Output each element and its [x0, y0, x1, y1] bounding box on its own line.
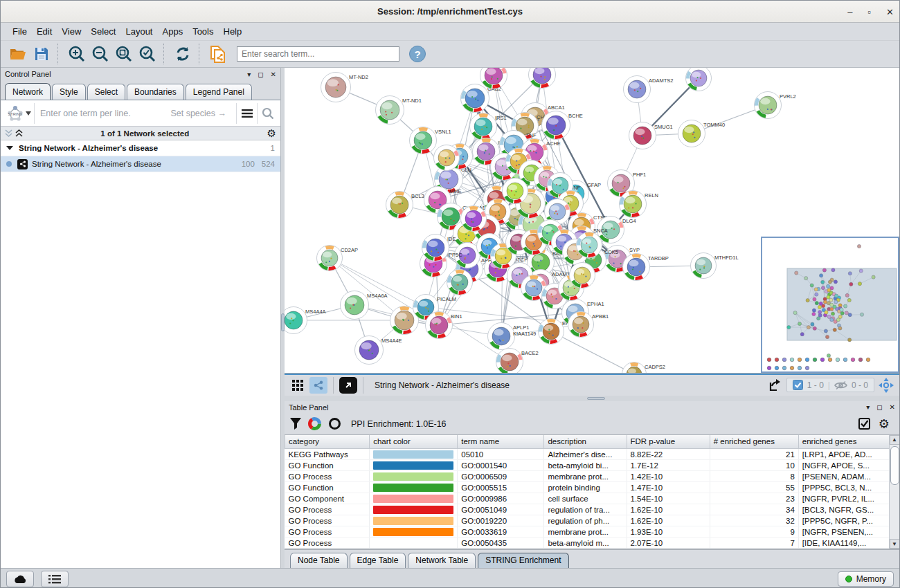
- cell-genes: [PSENEN, ADAM...: [798, 471, 890, 482]
- tab-boundaries[interactable]: Boundaries: [127, 84, 184, 100]
- node-label-syp: SYP: [629, 247, 640, 253]
- column-header-enriched-genes[interactable]: enriched genes: [798, 435, 890, 449]
- clone-network-button[interactable]: [206, 43, 230, 65]
- table-row[interactable]: GO ComponentGO:0009986cell surface1.54E-…: [285, 493, 890, 504]
- panel-float-icon[interactable]: ◻: [876, 403, 882, 411]
- menu-help[interactable]: Help: [219, 24, 247, 39]
- table-row[interactable]: GO FunctionGO:0005515protein binding1.47…: [285, 482, 890, 493]
- column-header-description[interactable]: description: [544, 435, 627, 449]
- open-session-button[interactable]: [6, 43, 30, 65]
- zoom-in-icon: [68, 45, 86, 63]
- node-label-pvrl2: PVRL2: [780, 93, 796, 100]
- zoom-fit-button[interactable]: [112, 43, 136, 65]
- memory-button[interactable]: Memory: [838, 571, 894, 587]
- table-row[interactable]: GO ProcessGO:0006509membrane prot...1.42…: [285, 471, 890, 482]
- cell-term: GO:0006509: [458, 471, 544, 482]
- select-columns-icon[interactable]: [858, 418, 870, 430]
- table-row[interactable]: GO FunctionGO:0001540beta-amyloid bi...1…: [285, 460, 890, 471]
- close-button[interactable]: ✕: [886, 7, 894, 17]
- string-options-button[interactable]: [236, 103, 257, 124]
- task-list-button[interactable]: [41, 571, 69, 587]
- pan-navigator-button[interactable]: [877, 377, 895, 394]
- table-row[interactable]: GO ProcessGO:0050435beta-amyloid m...2.0…: [285, 538, 890, 549]
- panel-close-icon[interactable]: ✕: [271, 71, 276, 78]
- search-input[interactable]: [237, 46, 399, 62]
- cytoscape-window: Session: /tmp/enrichmentTest.cys – ▫ ✕ F…: [0, 0, 900, 588]
- tab-string-enrichment[interactable]: STRING Enrichment: [478, 553, 568, 568]
- expand-all-icon[interactable]: [15, 129, 23, 138]
- menu-apps[interactable]: Apps: [158, 24, 188, 39]
- network-row[interactable]: String Network - Alzheimer's disease 100…: [1, 156, 280, 172]
- tab-network-table[interactable]: Network Table: [408, 553, 476, 568]
- grid-view-button[interactable]: [289, 377, 307, 394]
- share-view-button[interactable]: [309, 377, 327, 394]
- network-canvas[interactable]: MT-ND2MT-ND1VSNL1GAB2IRS1ABCA1CHATBCHEIL…: [285, 68, 899, 374]
- minimize-button[interactable]: –: [847, 7, 852, 17]
- scroll-down-arrow[interactable]: ▼: [890, 539, 900, 549]
- tab-select[interactable]: Select: [87, 84, 125, 100]
- tab-legend-panel[interactable]: Legend Panel: [186, 84, 252, 100]
- cell-term: GO:0050435: [458, 538, 544, 549]
- menu-edit[interactable]: Edit: [32, 24, 57, 39]
- menu-tools[interactable]: Tools: [188, 24, 218, 39]
- zoom-out-button[interactable]: [89, 43, 112, 65]
- export-network-button[interactable]: [766, 377, 784, 394]
- string-source-selector[interactable]: STRING: [3, 103, 35, 124]
- chart-color-swatch: [373, 528, 453, 536]
- tab-style[interactable]: Style: [52, 84, 86, 100]
- gear-icon[interactable]: ⚙: [879, 418, 890, 430]
- scroll-up-arrow[interactable]: ▲: [890, 435, 900, 445]
- string-query-input[interactable]: Enter one term per line.: [35, 109, 170, 118]
- save-session-button[interactable]: [30, 43, 53, 65]
- column-header-term-name[interactable]: term name: [458, 435, 544, 449]
- birds-eye-view[interactable]: [761, 237, 899, 373]
- column-header-chart-color[interactable]: chart color: [370, 435, 458, 449]
- toolbar-separator: [57, 44, 63, 64]
- panel-float-icon[interactable]: ◻: [258, 71, 263, 78]
- tab-node-table[interactable]: Node Table: [290, 553, 348, 568]
- menu-layout[interactable]: Layout: [120, 24, 157, 39]
- tab-network[interactable]: Network: [5, 83, 51, 100]
- scroll-thumb[interactable]: [890, 446, 899, 485]
- gear-icon[interactable]: ⚙: [267, 128, 276, 138]
- table-row[interactable]: KEGG Pathways05010Alzheimer's dise...8.8…: [285, 449, 890, 460]
- refresh-button[interactable]: [171, 43, 195, 65]
- network-collection-row[interactable]: String Network - Alzheimer's disease 1: [1, 140, 280, 156]
- splitter-grip[interactable]: [587, 397, 605, 400]
- table-row[interactable]: GO ProcessGO:0051049regulation of tra...…: [285, 504, 890, 515]
- string-search-button[interactable]: [257, 103, 278, 124]
- tab-edge-table[interactable]: Edge Table: [350, 553, 406, 568]
- table-scrollbar[interactable]: ▲ ▼: [889, 435, 899, 549]
- help-button[interactable]: ?: [409, 46, 426, 62]
- tree-expand-icon[interactable]: [6, 146, 13, 150]
- panel-menu-icon[interactable]: ▾: [866, 403, 870, 411]
- collapse-all-icon[interactable]: [5, 129, 12, 138]
- filter-icon[interactable]: [290, 418, 301, 430]
- cloud-button[interactable]: [6, 571, 34, 587]
- toolbar-separator: [363, 377, 363, 394]
- menu-select[interactable]: Select: [86, 24, 120, 39]
- maximize-button[interactable]: ▫: [867, 7, 871, 17]
- table-row[interactable]: GO ProcessGO:0019220regulation of ph...1…: [285, 515, 890, 526]
- column-header--enriched-genes[interactable]: # enriched genes: [710, 435, 798, 449]
- column-header-category[interactable]: category: [285, 435, 370, 449]
- table-panel: Table Panel ▾ ◻ ✕ PPI Enrichment: 1.0E-1…: [285, 401, 899, 569]
- column-header-fdr-p-value[interactable]: FDR p-value: [627, 435, 710, 449]
- zoom-selected-button[interactable]: [136, 43, 159, 65]
- selected-checkbox-icon[interactable]: [793, 380, 803, 390]
- cell-category: GO Component: [285, 493, 370, 504]
- control-panel-tabs: NetworkStyleSelectBoundariesLegend Panel: [1, 80, 280, 100]
- ring-chart-icon[interactable]: [328, 417, 341, 430]
- menu-file[interactable]: File: [8, 24, 32, 39]
- zoom-in-button[interactable]: [65, 43, 89, 65]
- set-species-label[interactable]: Set species →: [170, 109, 236, 118]
- cell-category: GO Function: [285, 482, 370, 493]
- chart-colors-icon[interactable]: [308, 417, 321, 430]
- table-row[interactable]: GO ProcessGO:0033619membrane prot...1.93…: [285, 526, 890, 538]
- menu-view[interactable]: View: [57, 24, 86, 39]
- horizontal-splitter[interactable]: [285, 396, 899, 401]
- detach-view-button[interactable]: [339, 377, 357, 394]
- hidden-eye-icon[interactable]: [834, 380, 847, 390]
- panel-menu-icon[interactable]: ▾: [247, 71, 251, 78]
- panel-close-icon[interactable]: ✕: [890, 403, 895, 411]
